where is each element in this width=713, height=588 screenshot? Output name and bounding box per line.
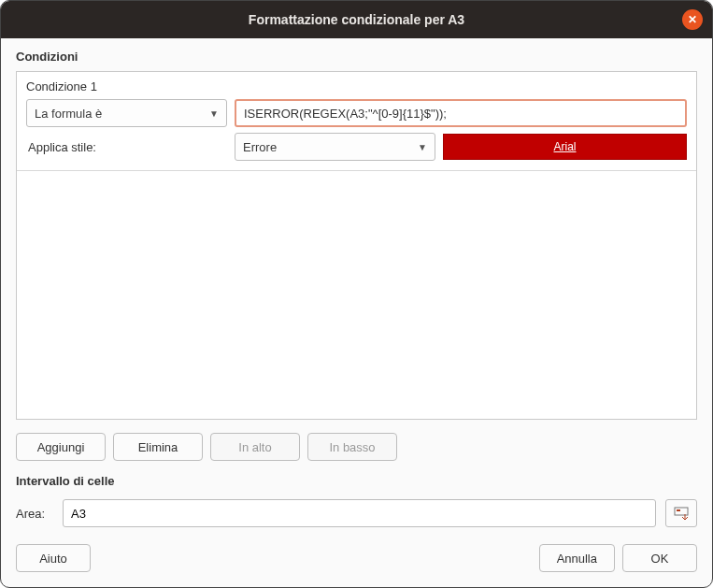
- apply-style-row: Applica stile: Errore ▼ Arial: [26, 133, 687, 161]
- condition-block-1[interactable]: Condizione 1 La formula è ▼ Applica stil…: [17, 72, 696, 171]
- range-label: Area:: [16, 507, 53, 521]
- condition-buttons-row: Aggiungi Elimina In alto In basso: [16, 433, 697, 461]
- style-preview-text: Arial: [553, 140, 576, 153]
- condition-title: Condizione 1: [26, 79, 687, 93]
- content-area: Condizioni Condizione 1 La formula è ▼ A…: [1, 38, 712, 587]
- move-up-button: In alto: [210, 433, 300, 461]
- conditions-section-title: Condizioni: [16, 50, 697, 64]
- apply-style-label: Applica stile:: [26, 140, 227, 154]
- formula-input[interactable]: [235, 99, 687, 127]
- add-button[interactable]: Aggiungi: [16, 433, 106, 461]
- conditions-panel: Condizione 1 La formula è ▼ Applica stil…: [16, 71, 697, 420]
- ok-button[interactable]: OK: [622, 544, 697, 572]
- close-button[interactable]: ✕: [682, 9, 703, 30]
- condition-type-value: La formula è: [35, 107, 102, 121]
- shrink-reference-button[interactable]: [665, 499, 697, 527]
- condition-type-dropdown[interactable]: La formula è ▼: [26, 99, 227, 127]
- window-title: Formattazione condizionale per A3: [249, 12, 464, 27]
- range-input[interactable]: [63, 499, 656, 527]
- titlebar: Formattazione condizionale per A3 ✕: [1, 1, 712, 38]
- delete-button[interactable]: Elimina: [113, 433, 203, 461]
- spacer: [91, 544, 539, 572]
- footer-buttons-row: Aiuto Annulla OK: [16, 544, 697, 572]
- style-preview: Arial: [443, 134, 687, 160]
- close-icon: ✕: [688, 13, 697, 26]
- move-down-button: In basso: [307, 433, 397, 461]
- dialog-window: Formattazione condizionale per A3 ✕ Cond…: [0, 0, 713, 588]
- cancel-button[interactable]: Annulla: [539, 544, 615, 572]
- help-button[interactable]: Aiuto: [16, 544, 91, 572]
- style-selected-value: Errore: [243, 140, 277, 154]
- svg-rect-1: [677, 509, 680, 511]
- range-row: Area:: [16, 499, 697, 527]
- condition-type-row: La formula è ▼: [26, 99, 687, 127]
- chevron-down-icon: ▼: [418, 142, 427, 152]
- style-dropdown[interactable]: Errore ▼: [235, 133, 435, 161]
- shrink-icon: [674, 507, 689, 520]
- range-section-title: Intervallo di celle: [16, 474, 697, 488]
- chevron-down-icon: ▼: [209, 108, 219, 119]
